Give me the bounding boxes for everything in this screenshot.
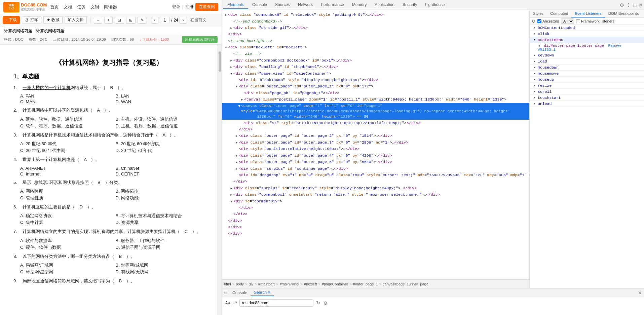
tree-triangle[interactable] xyxy=(235,133,239,139)
search-input[interactable] xyxy=(239,299,313,307)
vertical-scrollbar[interactable] xyxy=(218,45,222,315)
refresh-icon[interactable]: ↻ xyxy=(532,19,535,24)
collect-btn[interactable]: ★ 收藏 xyxy=(43,16,63,24)
event-domcontentloaded[interactable]: ▶ DOMContentLoaded xyxy=(530,25,644,31)
event-resize[interactable]: ▶ resize xyxy=(530,83,644,89)
tree-line[interactable]: <div style="position:relative;height:100… xyxy=(222,146,529,152)
tree-line[interactable]: <div class="boxleft" id="boxleft"> xyxy=(222,44,529,51)
view-btn[interactable]: ⊞ xyxy=(126,17,136,24)
settings-icon[interactable]: ⚙ xyxy=(620,2,624,8)
tree-triangle[interactable] xyxy=(240,96,244,103)
event-click[interactable]: ▶ click xyxy=(530,31,644,37)
zoom-in-btn[interactable]: + xyxy=(104,17,113,24)
add-doc-btn[interactable]: 加入文辑 xyxy=(65,16,87,24)
ancestors-filter-select[interactable]: All xyxy=(561,18,574,24)
tree-triangle[interactable] xyxy=(229,57,233,64)
search-close-icon[interactable]: ✕ xyxy=(267,290,271,295)
event-contextmenu[interactable]: ▼ contextmenu xyxy=(530,37,644,43)
devtools-tab-elements[interactable]: Elements xyxy=(223,1,248,9)
nav-tasks[interactable]: 任务 xyxy=(77,4,86,10)
styles-tab-styles[interactable]: Styles xyxy=(530,10,547,17)
tree-line[interactable]: <div class="outer_page" id="outer_page_2… xyxy=(222,132,529,139)
tree-triangle[interactable] xyxy=(229,25,233,31)
tree-line[interactable]: <div class="page_pb" id="pagepb_1"></div… xyxy=(222,90,529,96)
devtools-tab-performance[interactable]: Performance xyxy=(317,1,348,9)
breadcrumb-html[interactable]: html xyxy=(224,282,231,286)
tree-triangle[interactable] xyxy=(235,153,239,159)
devtools-tab-network[interactable]: Network xyxy=(294,1,317,9)
scrollbar-thumb[interactable] xyxy=(219,51,221,72)
tree-triangle[interactable] xyxy=(224,44,228,50)
styles-tab-event-listeners[interactable]: Event Listeners xyxy=(571,10,605,17)
devtools-bottom-close[interactable]: ✕ xyxy=(638,290,642,296)
bottom-tab-console[interactable]: Console xyxy=(229,290,251,296)
tree-line[interactable]: <div class="outer_page" id="outer_page_3… xyxy=(222,139,529,146)
tree-triangle[interactable] xyxy=(235,166,239,172)
tree-line[interactable]: </div> xyxy=(222,224,529,230)
event-scroll[interactable]: ▶ scroll xyxy=(530,89,644,95)
download-btn[interactable]: ↓ 下载 xyxy=(3,16,20,24)
reading-btn[interactable]: 在道查阅 xyxy=(195,3,218,11)
annotate-btn[interactable]: ✎ xyxy=(138,17,147,24)
tree-line[interactable]: </div> xyxy=(222,178,529,185)
print-btn[interactable]: 🖨 打印 xyxy=(22,16,41,24)
nav-reader[interactable]: 阅读器 xyxy=(104,4,117,10)
event-mousedown[interactable]: ▶ mousedown xyxy=(530,65,644,71)
selected-tree-line[interactable]: ▼ <canvas class="inner_page" zoom="1" ls… xyxy=(222,103,529,120)
breadcrumb-pagecontainer[interactable]: #pageContainer xyxy=(322,282,348,286)
tree-line[interactable]: <!-- zip --> xyxy=(222,50,529,57)
tree-line[interactable]: <!--end boxright--> xyxy=(222,38,529,44)
tree-line[interactable]: <div id="commentDiv"> xyxy=(222,198,529,205)
tree-line[interactable]: </div> xyxy=(222,218,529,224)
open-reader-btn[interactable]: 用稳克阅读器打开 xyxy=(182,36,218,43)
breadcrumb-canvas[interactable]: canvas#page_1.inner_page xyxy=(383,282,428,286)
tree-triangle[interactable] xyxy=(229,64,233,70)
event-load[interactable]: ▶ load xyxy=(530,58,644,65)
page-input[interactable] xyxy=(160,17,170,23)
more-icon[interactable]: ⋮ xyxy=(626,2,631,8)
devtools-tab-sources[interactable]: Sources xyxy=(271,1,294,9)
breadcrumb-mainpart[interactable]: #mainpart xyxy=(258,282,275,286)
breadcrumb-mainpanel[interactable]: #mainPanel xyxy=(279,282,299,286)
event-touchstart[interactable]: ▶ touchstart xyxy=(530,95,644,101)
tree-line[interactable]: <div class="surplus" id="readEndDiv" sty… xyxy=(222,185,529,192)
tree-line[interactable]: <div class="commonbox2 doctopbox" id="bo… xyxy=(222,57,529,64)
tree-line[interactable]: <div id="dragdrop" mv="1" md="0" drag="0… xyxy=(222,172,529,178)
undock-icon[interactable]: ⬚ xyxy=(633,3,637,7)
event-mousemove[interactable]: ▶ mousemove xyxy=(530,71,644,77)
search-clear-btn[interactable]: ⊙ xyxy=(323,300,328,306)
devtools-tab-memory[interactable]: Memory xyxy=(348,1,371,9)
breadcrumb-div[interactable]: div xyxy=(249,282,254,286)
tree-line[interactable]: <!--end commonbox3--> xyxy=(222,18,529,25)
nav-register[interactable]: 注册 xyxy=(185,4,193,10)
tree-line[interactable]: <div class="st" style="width:151px;heigh… xyxy=(222,120,529,126)
styles-tab-computed[interactable]: Computed xyxy=(547,10,571,17)
devtools-tab-console[interactable]: Console xyxy=(248,1,271,9)
zoom-out-btn[interactable]: − xyxy=(94,17,102,24)
tree-line[interactable]: </div> xyxy=(222,204,529,211)
tree-triangle[interactable] xyxy=(229,198,233,204)
tree-line[interactable]: <div class="page_view" id="pageContainer… xyxy=(222,70,529,77)
close-devtools-icon[interactable]: ✕ xyxy=(639,2,643,8)
tree-triangle[interactable] xyxy=(235,140,239,146)
tree-line[interactable]: </div> xyxy=(222,31,529,37)
breadcrumb-body[interactable]: body xyxy=(236,282,244,286)
nav-docs[interactable]: 文档 xyxy=(64,4,72,10)
framework-checkbox[interactable] xyxy=(576,19,580,23)
tree-triangle[interactable] xyxy=(229,185,233,191)
tree-line[interactable]: <div class="outer_page" id="outer_page_1… xyxy=(222,83,529,90)
tree-line[interactable]: <div class="dk-side-gif">…</div> xyxy=(222,25,529,31)
prev-page-btn[interactable]: ‹ xyxy=(151,17,158,24)
tree-line[interactable]: <div class="outer_page" id="outer_page_4… xyxy=(222,152,529,159)
tree-triangle[interactable] xyxy=(235,159,239,165)
nav-collection[interactable]: 文辑 xyxy=(90,4,99,10)
tree-line[interactable]: <div class="smalling" id="thumbPanel">…<… xyxy=(222,64,529,70)
tree-triangle[interactable] xyxy=(224,12,228,18)
event-detail-link[interactable]: VM1333:1 xyxy=(538,48,556,52)
next-page-btn[interactable]: › xyxy=(180,17,187,24)
search-refresh-btn[interactable]: ↻ xyxy=(315,300,321,306)
tree-line[interactable]: </div> xyxy=(222,126,529,132)
tree-line[interactable]: <div id="blankThumb" style="display:none… xyxy=(222,77,529,83)
tree-line[interactable]: <div class="commonbox6" id="relatebox" s… xyxy=(222,11,529,18)
devtools-tab-application[interactable]: Application xyxy=(371,1,399,9)
